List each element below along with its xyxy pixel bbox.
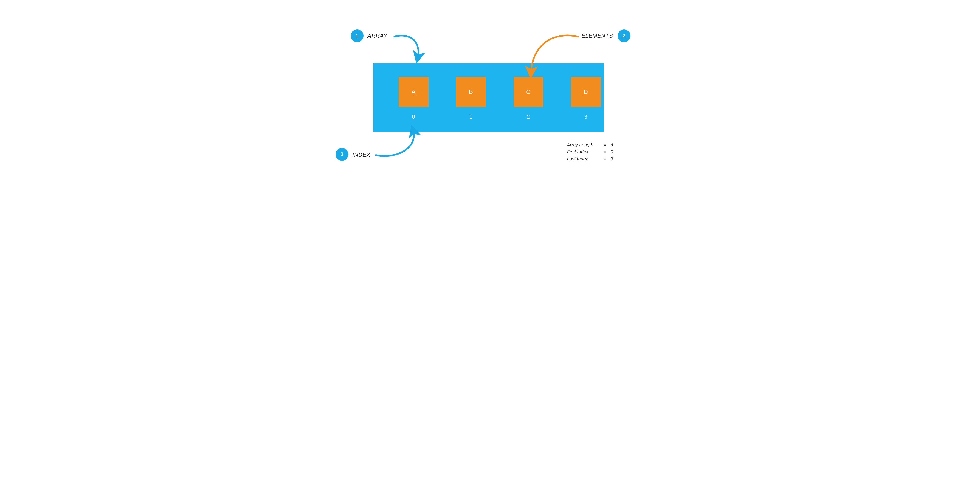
badge-1: 1 xyxy=(351,29,364,42)
element-2: C xyxy=(514,77,543,107)
badge-2: 2 xyxy=(617,29,630,42)
arrow-index xyxy=(373,127,433,162)
info-last-value: 3 xyxy=(611,155,613,162)
info-block: Array Length = 4 First Index = 0 Last In… xyxy=(567,142,613,162)
info-last-label: Last Index xyxy=(567,155,604,162)
info-length-value: 4 xyxy=(611,142,613,148)
info-first-label: First Index xyxy=(567,148,604,155)
label-index: INDEX xyxy=(353,151,371,158)
badge-3-number: 3 xyxy=(340,151,343,157)
element-2-value: C xyxy=(526,88,531,95)
element-3-value: D xyxy=(584,88,588,95)
label-elements: ELEMENTS xyxy=(582,33,613,39)
arrow-elements xyxy=(522,30,582,76)
info-length-label: Array Length xyxy=(567,142,604,148)
index-0: 0 xyxy=(410,114,417,120)
info-row-last: Last Index = 3 xyxy=(567,155,613,162)
element-3: D xyxy=(571,77,601,107)
info-row-first: First Index = 0 xyxy=(567,148,613,155)
arrow-array xyxy=(391,30,437,64)
info-eq-3: = xyxy=(604,155,611,162)
badge-2-number: 2 xyxy=(622,33,625,39)
element-1: B xyxy=(456,77,486,107)
badge-1-number: 1 xyxy=(356,33,358,39)
info-row-length: Array Length = 4 xyxy=(567,142,613,148)
label-array: ARRAY xyxy=(368,33,387,39)
badge-3: 3 xyxy=(336,148,348,161)
index-3: 3 xyxy=(582,114,589,120)
index-2: 2 xyxy=(525,114,532,120)
element-0: A xyxy=(399,77,429,107)
info-first-value: 0 xyxy=(611,148,613,155)
element-1-value: B xyxy=(469,88,473,95)
info-eq-2: = xyxy=(604,148,611,155)
info-eq-1: = xyxy=(604,142,611,148)
element-0-value: A xyxy=(412,88,415,95)
diagram-canvas: 1 ARRAY 2 ELEMENTS 3 INDEX A 0 B 1 C 2 D… xyxy=(311,0,669,179)
index-1: 1 xyxy=(468,114,474,120)
